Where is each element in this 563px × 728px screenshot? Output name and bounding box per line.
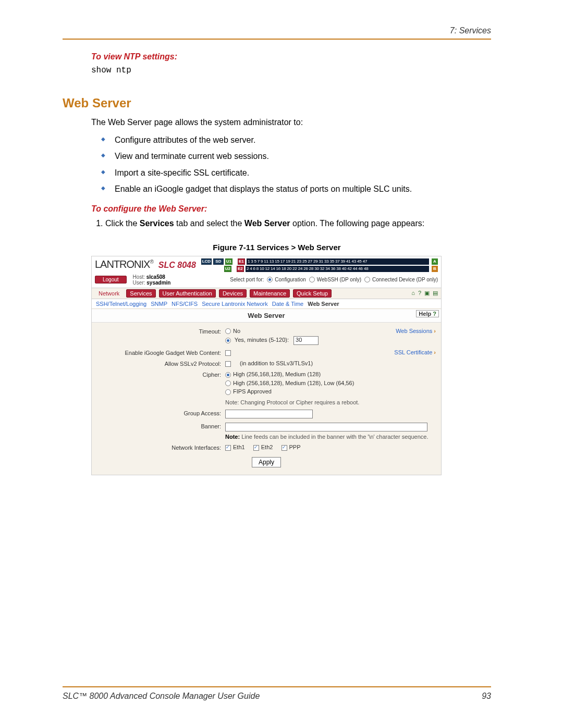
group-access-label: Group Access: xyxy=(96,410,225,416)
panel-title-bar: Web Server Help ? xyxy=(92,309,441,323)
step-item: Click the Services tab and select the We… xyxy=(105,218,491,229)
figure-caption: Figure 7-11 Services > Web Server xyxy=(63,243,491,252)
subtab-ssh-telnet-logging[interactable]: SSH/Telnet/Logging xyxy=(96,301,146,307)
configure-heading: To configure the Web Server: xyxy=(91,204,491,214)
subtab-date-time[interactable]: Date & Time xyxy=(272,301,304,307)
screenshot: LANTRONIX® SLC 8048 LCD SD U1 E1 1 3 5 7… xyxy=(91,256,442,475)
group-b-chip[interactable]: B xyxy=(432,266,438,272)
protocol-cipher-note: Note: Changing Protocol or Cipher requir… xyxy=(225,399,437,405)
view-ntp-heading: To view NTP settings: xyxy=(91,52,491,61)
chevron-right-icon: › xyxy=(434,349,436,355)
sp-webssh-radio[interactable] xyxy=(309,277,315,282)
brand-logo: LANTRONIX® xyxy=(95,258,153,270)
eth2-checkbox[interactable] xyxy=(253,445,259,451)
sd-indicator: SD xyxy=(213,258,224,265)
e1-indicator: E1 xyxy=(238,258,245,265)
doc-header: 7: Services xyxy=(63,26,491,39)
main-tab-bar: Network Services User Authentication Dev… xyxy=(92,288,441,299)
subtab-snmp[interactable]: SNMP xyxy=(151,301,167,307)
eth1-checkbox[interactable] xyxy=(225,445,231,451)
page-footer: SLC™ 8000 Advanced Console Manager User … xyxy=(63,686,491,701)
tab-services[interactable]: Services xyxy=(126,289,155,298)
help-icon[interactable]: ? xyxy=(418,290,421,297)
tab-quick-setup[interactable]: Quick Setup xyxy=(293,289,332,298)
tab-devices[interactable]: Devices xyxy=(219,289,247,298)
expand-icon[interactable]: ▣ xyxy=(424,290,430,297)
web-sessions-link[interactable]: Web Sessions xyxy=(396,328,432,334)
subtab-web-server[interactable]: Web Server xyxy=(308,301,339,307)
steps-list: Click the Services tab and select the We… xyxy=(92,218,491,229)
logout-button[interactable]: Logout xyxy=(95,276,127,283)
lcd-indicator: LCD xyxy=(201,258,212,265)
port-row-even[interactable]: 2 4 6 8 10 12 14 16 18 20 22 24 26 28 30… xyxy=(246,266,429,272)
panel-title: Web Server xyxy=(248,312,285,319)
footer-rule xyxy=(63,686,491,687)
sslv2-label: Allow SSLv2 Protocol: xyxy=(96,360,225,367)
timeout-no-radio[interactable] xyxy=(225,328,231,334)
igoogle-checkbox[interactable] xyxy=(225,350,231,356)
tab-network[interactable]: Network xyxy=(95,289,123,298)
group-a-chip[interactable]: A xyxy=(432,258,438,265)
intro-paragraph: The Web Server page allows the system ad… xyxy=(91,117,491,128)
apply-button[interactable]: Apply xyxy=(252,457,281,467)
cipher-label: Cipher: xyxy=(96,371,225,378)
panel-help-button[interactable]: Help ? xyxy=(416,310,439,317)
e2-indicator: E2 xyxy=(237,266,244,272)
web-server-heading: Web Server xyxy=(63,96,491,110)
header-rule xyxy=(63,39,491,40)
port-map: LCD SD U1 E1 1 3 5 7 9 11 13 15 17 19 21… xyxy=(201,258,438,272)
product-name: SLC 8048 xyxy=(158,261,196,270)
ppp-checkbox[interactable] xyxy=(282,445,287,451)
banner-label: Banner: xyxy=(96,423,225,429)
banner-note: Line feeds can be included in the banner… xyxy=(241,434,428,440)
host-user-info: Host: slca508 User: sysadmin xyxy=(133,274,171,286)
cipher-high-med-low-radio[interactable] xyxy=(225,380,231,386)
list-item: View and terminate current web sessions. xyxy=(104,151,491,162)
list-item: Enable an iGoogle gadget that displays t… xyxy=(104,183,491,195)
network-interfaces-label: Network Interfaces: xyxy=(96,444,225,451)
timeout-yes-radio[interactable] xyxy=(225,338,231,343)
page-number: 93 xyxy=(482,692,491,701)
select-port-for: Select port for: Configuration WebSSH (D… xyxy=(230,277,438,283)
sub-tab-bar: SSH/Telnet/Logging SNMP NFS/CIFS Secure … xyxy=(92,299,441,309)
list-icon[interactable]: ▤ xyxy=(433,290,438,297)
brand-bar: LANTRONIX® SLC 8048 LCD SD U1 E1 1 3 5 7… xyxy=(92,256,441,273)
cipher-high-med-radio[interactable] xyxy=(225,372,231,378)
session-bar: Logout Host: slca508 User: sysadmin Sele… xyxy=(92,273,441,288)
u1-indicator: U1 xyxy=(225,258,232,265)
timeout-label: Timeout: xyxy=(96,328,225,335)
timeout-minutes-input[interactable]: 30 xyxy=(293,336,319,345)
sslv2-checkbox[interactable] xyxy=(225,361,231,367)
chevron-right-icon: › xyxy=(434,328,436,334)
subtab-secure-lantronix-network[interactable]: Secure Lantronix Network xyxy=(202,301,268,307)
group-access-input[interactable] xyxy=(225,410,313,418)
form-area: Timeout: No Yes, minutes (5-120): 30 Web… xyxy=(92,323,441,475)
section-label: 7: Services xyxy=(450,26,491,35)
subtab-nfs-cifs[interactable]: NFS/CIFS xyxy=(172,301,198,307)
igoogle-label: Enable iGoogle Gadget Web Content: xyxy=(96,349,225,356)
tab-user-auth[interactable]: User Authentication xyxy=(159,289,216,298)
cli-command: show ntp xyxy=(91,66,491,75)
list-item: Configure attributes of the web server. xyxy=(104,134,491,146)
banner-note-bold: Note: xyxy=(225,434,240,440)
ssl-certificate-link[interactable]: SSL Certificate xyxy=(394,349,432,355)
home-icon[interactable]: ⌂ xyxy=(411,290,415,297)
tab-maintenance[interactable]: Maintenance xyxy=(250,289,290,298)
sslv2-hint: (in addition to SSLv3/TLSv1) xyxy=(240,360,313,366)
cipher-fips-radio[interactable] xyxy=(225,389,231,395)
u2-indicator: U2 xyxy=(224,266,231,272)
sp-configuration-radio[interactable] xyxy=(267,277,273,282)
capabilities-list: Configure attributes of the web server. … xyxy=(104,134,491,195)
port-row-odd[interactable]: 1 3 5 7 9 11 13 15 17 19 21 23 25 27 29 … xyxy=(247,258,429,265)
sp-connected-radio[interactable] xyxy=(364,277,370,282)
list-item: Import a site-specific SSL certificate. xyxy=(104,167,491,179)
footer-title: SLC™ 8000 Advanced Console Manager User … xyxy=(63,692,260,701)
banner-input[interactable] xyxy=(225,423,427,431)
